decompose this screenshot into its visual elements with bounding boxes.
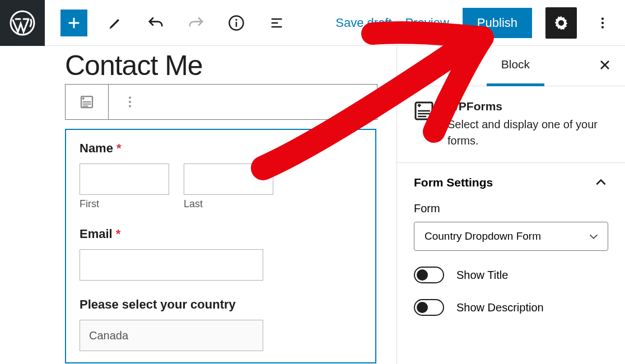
svg-rect-3 bbox=[236, 22, 237, 27]
country-field-label: Please select your country bbox=[80, 297, 362, 312]
email-input[interactable] bbox=[80, 249, 263, 281]
toolbar-left bbox=[45, 10, 289, 36]
wpforms-icon bbox=[413, 100, 435, 149]
tab-block[interactable]: Block bbox=[487, 46, 544, 86]
last-name-sublabel: Last bbox=[184, 198, 273, 210]
svg-point-6 bbox=[601, 26, 604, 28]
show-description-toggle[interactable] bbox=[414, 299, 444, 316]
form-settings-panel-body: Form Country Dropdown Form Show Title Sh… bbox=[397, 202, 625, 327]
main-area: Contact Me Name * First Last bbox=[0, 46, 625, 364]
settings-sidebar: Document Block WPForms Select and displa… bbox=[397, 46, 625, 364]
form-select-label: Form bbox=[414, 202, 608, 215]
form-select[interactable]: Country Dropdown Form bbox=[414, 222, 608, 251]
add-block-button[interactable] bbox=[60, 10, 87, 36]
sidebar-tabs: Document Block bbox=[397, 46, 625, 86]
svg-point-2 bbox=[235, 18, 237, 20]
block-more-icon[interactable] bbox=[108, 85, 151, 119]
toolbar-right: Save draft Preview Publish bbox=[335, 7, 625, 39]
save-draft-button[interactable]: Save draft bbox=[335, 16, 391, 30]
svg-point-9 bbox=[129, 101, 131, 103]
name-field-label: Name * bbox=[80, 141, 362, 156]
svg-point-8 bbox=[129, 96, 131, 99]
preview-button[interactable]: Preview bbox=[405, 16, 449, 30]
publish-button[interactable]: Publish bbox=[463, 8, 532, 38]
editor-canvas: Contact Me Name * First Last bbox=[0, 46, 397, 364]
email-field-label: Email * bbox=[80, 227, 362, 241]
wordpress-logo[interactable] bbox=[0, 0, 45, 46]
chevron-up-icon bbox=[594, 175, 608, 190]
block-toolbar bbox=[65, 84, 377, 120]
first-name-input[interactable] bbox=[80, 164, 169, 195]
block-type-icon[interactable] bbox=[66, 85, 108, 119]
close-icon[interactable] bbox=[598, 58, 612, 74]
svg-point-10 bbox=[129, 105, 131, 108]
svg-point-5 bbox=[601, 21, 604, 24]
scrollbar[interactable] bbox=[397, 96, 397, 281]
form-preview-block[interactable]: Name * First Last Email * Please select … bbox=[65, 129, 376, 363]
chevron-down-icon bbox=[587, 230, 600, 242]
svg-point-4 bbox=[601, 17, 604, 20]
editor-topbar: Save draft Preview Publish bbox=[0, 0, 625, 46]
block-title: WPForms bbox=[447, 100, 609, 113]
block-description: Select and display one of your forms. bbox=[447, 116, 609, 149]
undo-icon[interactable] bbox=[143, 11, 168, 35]
show-description-label: Show Description bbox=[456, 301, 544, 314]
country-select[interactable]: Canada bbox=[80, 320, 263, 351]
tab-document[interactable]: Document bbox=[397, 46, 487, 86]
info-icon[interactable] bbox=[224, 11, 249, 35]
first-name-sublabel: First bbox=[80, 198, 169, 210]
form-settings-panel-header[interactable]: Form Settings bbox=[397, 163, 625, 202]
last-name-input[interactable] bbox=[184, 164, 273, 195]
outline-icon[interactable] bbox=[264, 11, 289, 35]
show-title-toggle[interactable] bbox=[414, 267, 444, 283]
edit-mode-icon[interactable] bbox=[103, 11, 128, 35]
redo-icon bbox=[184, 11, 208, 35]
show-title-label: Show Title bbox=[456, 269, 508, 282]
block-info: WPForms Select and display one of your f… bbox=[397, 86, 625, 163]
more-options-icon[interactable] bbox=[590, 11, 615, 35]
settings-button[interactable] bbox=[545, 7, 577, 39]
page-title[interactable]: Contact Me bbox=[0, 46, 377, 82]
